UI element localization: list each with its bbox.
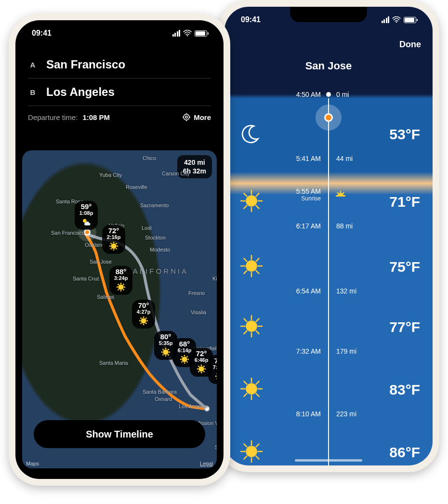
- svg-line-92: [244, 270, 247, 274]
- status-icons: [382, 16, 417, 23]
- timeline-tick: 5:41 AM 44 mi: [224, 154, 433, 163]
- svg-line-56: [204, 371, 205, 372]
- svg-line-117: [256, 456, 259, 459]
- timeline-now-marker[interactable]: [324, 113, 333, 122]
- timeline-temp: 83°F: [389, 382, 420, 398]
- timeline-temp: 86°F: [389, 444, 420, 461]
- weather-pin[interactable]: 72° 2:16p: [102, 225, 125, 254]
- timeline-city-title: San Jose: [224, 60, 433, 72]
- show-timeline-label: Show Timeline: [86, 429, 153, 440]
- sunny-icon: [158, 347, 173, 357]
- svg-point-106: [246, 384, 256, 394]
- map-city-label: Modesto: [150, 247, 170, 252]
- origin-row[interactable]: A San Francisco: [28, 51, 211, 78]
- map-attribution-legal[interactable]: Legal: [200, 461, 213, 466]
- map-city-label: Chico: [143, 155, 156, 161]
- pin-time: 2:16p: [106, 234, 121, 240]
- svg-line-47: [187, 362, 188, 363]
- svg-line-58: [198, 371, 199, 372]
- svg-line-31: [141, 323, 142, 324]
- map-city-label: Lodi: [142, 225, 152, 231]
- weather-pin[interactable]: 88° 3:24p: [109, 266, 132, 295]
- map-city-label: Oakland: [85, 242, 105, 248]
- svg-line-20: [123, 290, 124, 291]
- timeline-tick-dist: 44 mi: [336, 155, 353, 162]
- svg-point-18: [119, 285, 123, 290]
- svg-line-75: [256, 205, 259, 209]
- svg-line-105: [256, 318, 259, 322]
- svg-point-0: [187, 35, 188, 36]
- departure-value[interactable]: 1:08 PM: [82, 113, 110, 121]
- phone-frame-left: 09:41 A San Francisco B Los Angeles D: [9, 13, 230, 486]
- timeline-row: 53°F: [224, 120, 433, 149]
- svg-line-123: [256, 444, 259, 447]
- timeline-row: 75°F: [224, 252, 433, 281]
- svg-point-1: [184, 114, 189, 120]
- timeline-tick-dist: 132 mi: [336, 287, 356, 295]
- status-time: 09:41: [241, 15, 261, 24]
- sunny-icon: [136, 316, 151, 326]
- show-timeline-button[interactable]: Show Timeline: [34, 420, 205, 448]
- svg-line-60: [198, 366, 199, 367]
- svg-line-119: [244, 456, 247, 459]
- svg-point-72: [396, 22, 397, 23]
- svg-line-42: [163, 349, 164, 350]
- origin-marker: A: [28, 61, 38, 69]
- svg-line-103: [244, 318, 247, 322]
- destination-city: Los Angeles: [46, 85, 115, 99]
- map-city-label: Fresno: [188, 290, 205, 296]
- more-button[interactable]: More: [182, 113, 211, 121]
- timeline-tick-time: 5:41 AM: [296, 155, 321, 162]
- map-city-label: San Francisco: [51, 230, 85, 236]
- weather-pin[interactable]: 59° 1:08p: [75, 201, 98, 230]
- sunny-icon: [212, 371, 217, 381]
- svg-line-24: [118, 284, 119, 285]
- svg-line-40: [163, 355, 164, 356]
- map-city-label: Oxnard: [155, 396, 172, 402]
- done-button[interactable]: Done: [399, 40, 421, 50]
- partly-cloudy-icon: [79, 217, 94, 227]
- svg-point-9: [112, 244, 116, 249]
- destination-row[interactable]: B Los Angeles: [28, 79, 211, 106]
- pin-temp: 88°: [113, 268, 129, 275]
- notch: [81, 20, 158, 36]
- svg-line-29: [146, 323, 147, 324]
- weather-pin[interactable]: 70° 4:27p: [132, 300, 155, 329]
- timeline-tick: 8:10 AM 223 mi: [224, 409, 433, 419]
- pin-temp: 72°: [106, 227, 121, 234]
- sunny-icon: [240, 440, 263, 465]
- map-city-label: Salinas: [97, 294, 114, 300]
- more-label: More: [194, 113, 211, 121]
- map-city-label: Santa Maria: [99, 360, 128, 366]
- svg-point-88: [246, 261, 256, 271]
- pin-temp: 75°: [212, 357, 217, 364]
- timeline-row: 83°F: [224, 375, 433, 404]
- timeline-tick-dist: 179 mi: [336, 347, 356, 355]
- svg-point-54: [199, 367, 204, 371]
- pin-temp: 80°: [158, 333, 173, 340]
- svg-line-15: [111, 243, 112, 244]
- map-attribution-brand: Maps: [26, 461, 39, 466]
- wifi-icon: [183, 30, 192, 37]
- svg-line-62: [204, 366, 205, 367]
- sunny-icon: [194, 364, 209, 374]
- map[interactable]: 420 mi 6h 32m ChicoSanta RosaYuba CityRo…: [22, 150, 217, 468]
- svg-line-44: [168, 349, 169, 350]
- map-city-label: Kings Canyon National: [212, 276, 217, 281]
- svg-line-26: [123, 284, 124, 285]
- timeline-tick-dist: 223 mi: [336, 410, 356, 418]
- status-icons: [172, 30, 208, 37]
- svg-line-83: [343, 192, 344, 194]
- pin-temp: 72°: [194, 350, 209, 357]
- map-city-label: Roseville: [126, 184, 147, 190]
- pin-time: 1:08p: [79, 210, 94, 216]
- weather-pin[interactable]: 75° 7:35p: [208, 355, 217, 384]
- sunny-icon: [106, 241, 121, 251]
- screen-left: 09:41 A San Francisco B Los Angeles D: [15, 20, 224, 479]
- svg-line-51: [182, 357, 183, 358]
- timeline-tick: 6:54 AM 132 mi: [224, 286, 433, 296]
- svg-line-99: [256, 331, 259, 334]
- pin-temp: 68°: [177, 340, 192, 347]
- state-label: CALIFORNIA: [126, 267, 188, 275]
- timeline-tick-dist: 88 mi: [336, 222, 353, 230]
